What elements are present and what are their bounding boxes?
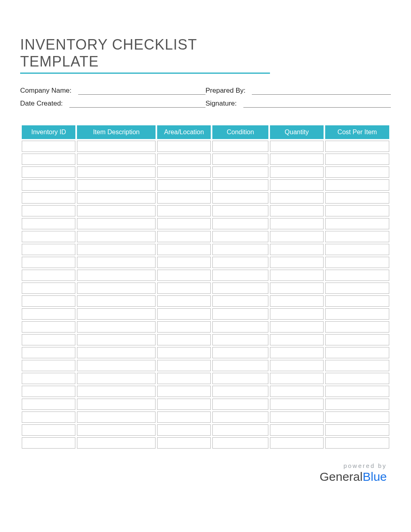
table-cell[interactable] <box>212 154 268 165</box>
table-cell[interactable] <box>157 192 211 204</box>
table-cell[interactable] <box>325 141 389 152</box>
table-cell[interactable] <box>22 373 75 384</box>
table-cell[interactable] <box>325 321 389 332</box>
table-cell[interactable] <box>157 283 211 294</box>
table-cell[interactable] <box>212 270 268 281</box>
table-cell[interactable] <box>22 257 75 268</box>
table-cell[interactable] <box>212 424 268 436</box>
table-cell[interactable] <box>270 141 324 152</box>
table-cell[interactable] <box>270 334 324 345</box>
table-cell[interactable] <box>22 424 75 436</box>
table-cell[interactable] <box>325 308 389 320</box>
table-cell[interactable] <box>270 399 324 410</box>
table-cell[interactable] <box>77 360 156 371</box>
table-cell[interactable] <box>157 308 211 320</box>
table-cell[interactable] <box>270 373 324 384</box>
table-cell[interactable] <box>77 283 156 294</box>
table-cell[interactable] <box>22 270 75 281</box>
table-cell[interactable] <box>270 437 324 449</box>
table-cell[interactable] <box>212 437 268 449</box>
table-cell[interactable] <box>212 386 268 397</box>
table-cell[interactable] <box>22 154 75 165</box>
table-cell[interactable] <box>77 141 156 152</box>
table-cell[interactable] <box>157 347 211 358</box>
table-cell[interactable] <box>22 218 75 229</box>
table-cell[interactable] <box>22 399 75 410</box>
table-cell[interactable] <box>270 205 324 216</box>
table-cell[interactable] <box>157 270 211 281</box>
table-cell[interactable] <box>325 360 389 371</box>
table-cell[interactable] <box>77 166 156 178</box>
table-cell[interactable] <box>157 386 211 397</box>
table-cell[interactable] <box>157 399 211 410</box>
table-cell[interactable] <box>212 231 268 242</box>
table-cell[interactable] <box>77 386 156 397</box>
table-cell[interactable] <box>157 373 211 384</box>
table-cell[interactable] <box>325 192 389 204</box>
table-cell[interactable] <box>22 283 75 294</box>
table-cell[interactable] <box>157 424 211 436</box>
table-cell[interactable] <box>212 192 268 204</box>
table-cell[interactable] <box>212 205 268 216</box>
table-cell[interactable] <box>77 334 156 345</box>
table-cell[interactable] <box>22 360 75 371</box>
table-cell[interactable] <box>212 308 268 320</box>
table-cell[interactable] <box>325 386 389 397</box>
table-cell[interactable] <box>325 270 389 281</box>
table-cell[interactable] <box>22 321 75 332</box>
table-cell[interactable] <box>325 244 389 255</box>
table-cell[interactable] <box>325 411 389 423</box>
table-cell[interactable] <box>157 218 211 229</box>
table-cell[interactable] <box>270 231 324 242</box>
table-cell[interactable] <box>22 166 75 178</box>
table-cell[interactable] <box>325 295 389 307</box>
table-cell[interactable] <box>77 231 156 242</box>
table-cell[interactable] <box>212 179 268 191</box>
table-cell[interactable] <box>212 321 268 332</box>
table-cell[interactable] <box>77 411 156 423</box>
table-cell[interactable] <box>325 334 389 345</box>
table-cell[interactable] <box>212 360 268 371</box>
table-cell[interactable] <box>157 154 211 165</box>
table-cell[interactable] <box>77 218 156 229</box>
signature-input-line[interactable] <box>243 99 391 108</box>
table-cell[interactable] <box>325 437 389 449</box>
table-cell[interactable] <box>157 205 211 216</box>
table-cell[interactable] <box>325 283 389 294</box>
table-cell[interactable] <box>212 141 268 152</box>
table-cell[interactable] <box>77 437 156 449</box>
table-cell[interactable] <box>270 244 324 255</box>
table-cell[interactable] <box>77 308 156 320</box>
table-cell[interactable] <box>325 218 389 229</box>
table-cell[interactable] <box>270 308 324 320</box>
table-cell[interactable] <box>270 360 324 371</box>
table-cell[interactable] <box>157 437 211 449</box>
table-cell[interactable] <box>157 295 211 307</box>
table-cell[interactable] <box>77 192 156 204</box>
table-cell[interactable] <box>22 295 75 307</box>
table-cell[interactable] <box>77 205 156 216</box>
table-cell[interactable] <box>77 270 156 281</box>
table-cell[interactable] <box>77 154 156 165</box>
table-cell[interactable] <box>77 399 156 410</box>
table-cell[interactable] <box>270 386 324 397</box>
table-cell[interactable] <box>77 373 156 384</box>
table-cell[interactable] <box>212 257 268 268</box>
table-cell[interactable] <box>325 166 389 178</box>
table-cell[interactable] <box>22 386 75 397</box>
table-cell[interactable] <box>157 257 211 268</box>
table-cell[interactable] <box>157 141 211 152</box>
table-cell[interactable] <box>212 244 268 255</box>
table-cell[interactable] <box>270 347 324 358</box>
table-cell[interactable] <box>212 283 268 294</box>
table-cell[interactable] <box>325 231 389 242</box>
table-cell[interactable] <box>270 295 324 307</box>
table-cell[interactable] <box>77 179 156 191</box>
table-cell[interactable] <box>77 424 156 436</box>
table-cell[interactable] <box>325 205 389 216</box>
table-cell[interactable] <box>77 321 156 332</box>
table-cell[interactable] <box>22 411 75 423</box>
table-cell[interactable] <box>325 154 389 165</box>
table-cell[interactable] <box>77 244 156 255</box>
prepared-input-line[interactable] <box>252 86 391 95</box>
